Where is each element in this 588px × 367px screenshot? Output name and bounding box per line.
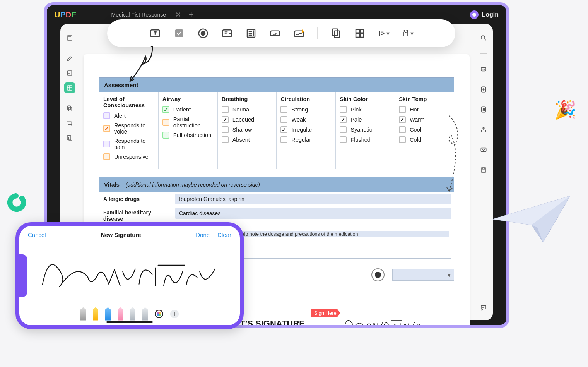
- col-airway: Airway Patient Partial obstruction Full …: [159, 92, 218, 169]
- text-field-tool-icon[interactable]: [149, 27, 161, 39]
- ocr-icon[interactable]: OCR: [478, 64, 489, 75]
- pen-tool-blue[interactable]: [105, 307, 111, 321]
- checkbox[interactable]: [103, 153, 110, 160]
- checkbox[interactable]: [103, 141, 110, 147]
- col-skin-color: Skin Color Pink Pale Syanotic Flushed: [336, 92, 395, 169]
- checkbox[interactable]: [222, 106, 229, 113]
- user-avatar-icon: [470, 10, 479, 19]
- assessment-table: Assessment Level of Consciousness Alert …: [99, 77, 454, 169]
- button-tool-icon[interactable]: OK: [269, 27, 281, 39]
- checkbox[interactable]: [162, 132, 169, 139]
- hand-drawn-arrow-icon: [124, 43, 159, 89]
- pen-tool-black[interactable]: [80, 307, 86, 321]
- tools-menu-icon[interactable]: ▾: [402, 27, 414, 39]
- checkbox[interactable]: [280, 126, 287, 133]
- phone-mockup: Cancel New Signature Done Clear +: [15, 222, 244, 329]
- form-tool-icon[interactable]: [64, 82, 75, 93]
- color-picker[interactable]: [155, 310, 163, 318]
- align-tool-icon[interactable]: ▾: [378, 27, 390, 39]
- signature-preview: [340, 312, 425, 328]
- checkbox[interactable]: [222, 116, 229, 123]
- dropdown-tool-icon[interactable]: [221, 27, 233, 39]
- rail-divider: [66, 48, 73, 48]
- checkbox[interactable]: [399, 116, 406, 123]
- checkbox[interactable]: [399, 126, 406, 133]
- checkbox[interactable]: [399, 106, 406, 113]
- protect-icon[interactable]: [478, 104, 489, 115]
- vitals-header: Vitals (additional information maybe rec…: [99, 177, 454, 192]
- document-tab[interactable]: Medical Fist Response ✕: [111, 10, 181, 19]
- checkbox[interactable]: [280, 116, 287, 123]
- organize-tool-icon[interactable]: [64, 103, 75, 114]
- checkbox[interactable]: [103, 112, 110, 119]
- ruler-tool[interactable]: [142, 307, 148, 321]
- signature-label: T'S SIGNATURE: [240, 319, 305, 328]
- col-loc: Level of Consciousness Alert Responds to…: [99, 92, 159, 169]
- checkbox[interactable]: [222, 136, 229, 143]
- home-indicator: [106, 321, 153, 323]
- done-button[interactable]: Done: [196, 232, 210, 238]
- radio-tool-icon[interactable]: [197, 27, 209, 39]
- checkbox[interactable]: [222, 126, 229, 133]
- checkbox[interactable]: [340, 116, 347, 123]
- annotate-tool-icon[interactable]: [64, 53, 75, 64]
- app-logo: UPDF: [55, 10, 76, 19]
- svg-rect-25: [334, 31, 340, 38]
- svg-rect-12: [483, 109, 485, 111]
- decorative-ring-icon: [5, 191, 28, 214]
- pencil-tool[interactable]: [130, 307, 135, 321]
- email-icon[interactable]: [478, 144, 489, 155]
- checkbox-tool-icon[interactable]: [173, 27, 185, 39]
- svg-rect-16: [175, 29, 183, 37]
- signature-canvas[interactable]: [19, 244, 240, 304]
- reader-tool-icon[interactable]: [64, 33, 75, 43]
- checkbox[interactable]: [340, 126, 347, 133]
- add-tool-button[interactable]: +: [170, 310, 179, 318]
- crop-tool-icon[interactable]: [64, 118, 75, 129]
- svg-rect-29: [360, 34, 364, 37]
- svg-point-7: [481, 36, 485, 39]
- redact-tool-icon[interactable]: [64, 132, 75, 143]
- login-button[interactable]: Login: [470, 10, 499, 19]
- clear-button[interactable]: Clear: [217, 232, 231, 238]
- checkbox[interactable]: [103, 125, 110, 132]
- svg-rect-28: [356, 34, 359, 37]
- checkbox[interactable]: [162, 119, 169, 126]
- decorative-paper-plane-icon: [489, 188, 574, 246]
- col-circulation: Circulation Strong Weak Irregular Regula…: [277, 92, 336, 169]
- share-icon[interactable]: [478, 124, 489, 135]
- checkbox[interactable]: [280, 136, 287, 143]
- svg-rect-26: [356, 29, 359, 33]
- checkbox[interactable]: [340, 136, 347, 143]
- checkbox[interactable]: [162, 106, 169, 113]
- radio-control[interactable]: [371, 268, 385, 281]
- edit-tool-icon[interactable]: [64, 68, 75, 79]
- col-header: Skin Color: [340, 96, 391, 102]
- svg-text:OK: OK: [272, 32, 277, 36]
- rail-divider: [66, 98, 73, 98]
- search-icon[interactable]: [478, 33, 489, 43]
- comment-icon[interactable]: [478, 302, 489, 313]
- checkbox[interactable]: [399, 136, 406, 143]
- signature-field[interactable]: Sign Here: [311, 309, 454, 328]
- copy-tool-icon[interactable]: [330, 27, 342, 39]
- checkbox[interactable]: [340, 106, 347, 113]
- col-header: Breathing: [222, 96, 273, 102]
- convert-icon[interactable]: [478, 84, 489, 95]
- pen-tool-highlighter[interactable]: [93, 307, 98, 321]
- svg-point-32: [7, 193, 26, 212]
- allergic-input[interactable]: [175, 194, 451, 204]
- dropdown-control[interactable]: [392, 269, 454, 281]
- tab-close-icon[interactable]: ✕: [175, 10, 181, 19]
- save-icon[interactable]: [478, 165, 489, 175]
- listbox-tool-icon[interactable]: [245, 27, 257, 39]
- new-tab-button[interactable]: +: [189, 10, 194, 20]
- svg-rect-27: [360, 29, 364, 33]
- hereditary-input[interactable]: [175, 208, 451, 219]
- cancel-button[interactable]: Cancel: [28, 232, 46, 238]
- grid-tool-icon[interactable]: [354, 27, 366, 39]
- form-field-toolbar: OK ▾ ▾: [107, 19, 455, 47]
- eraser-tool[interactable]: [118, 307, 123, 321]
- signature-tool-icon[interactable]: [293, 27, 305, 39]
- checkbox[interactable]: [280, 106, 287, 113]
